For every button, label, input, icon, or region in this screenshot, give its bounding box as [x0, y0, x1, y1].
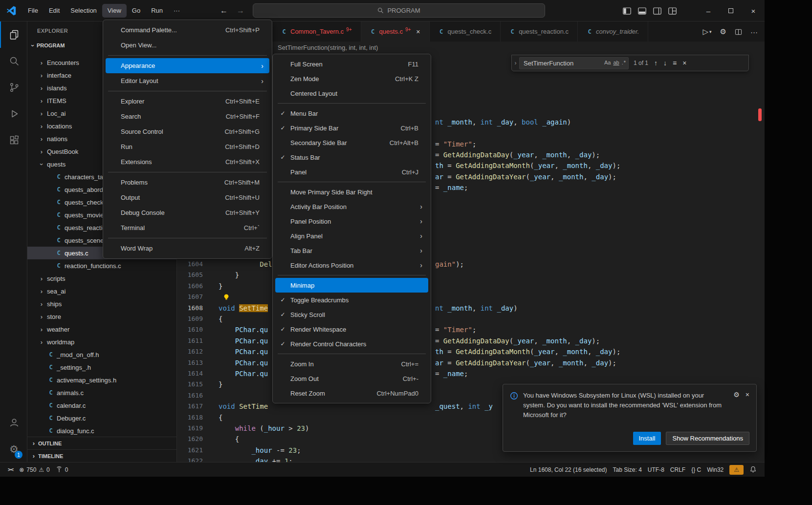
tab-common-tavern-c[interactable]: CCommon_Tavern.c9+	[272, 21, 361, 42]
tree-file-dialog-func-c[interactable]: Cdialog_func.c	[27, 424, 176, 437]
appearance-menu-item-zen-mode[interactable]: Zen ModeCtrl+K Z	[275, 71, 428, 86]
tab-quests-reaction-c[interactable]: Cquests_reaction.c	[501, 21, 578, 42]
whole-word-toggle[interactable]: ab	[613, 60, 619, 65]
appearance-menu-item-align-panel[interactable]: Align Panel›	[275, 229, 428, 243]
appearance-menu-item-status-bar[interactable]: ✓Status Bar	[275, 150, 428, 165]
appearance-menu-item-zoom-out[interactable]: Zoom OutCtrl+-	[275, 371, 428, 386]
tree-file-settings-h[interactable]: C_settings_.h	[27, 361, 176, 374]
remote-indicator[interactable]: ><	[5, 464, 16, 475]
minimize-button[interactable]: –	[697, 0, 720, 21]
tab-convoy-traider[interactable]: Cconvoy_traider.	[578, 21, 648, 42]
toggle-panel-icon[interactable]	[637, 6, 647, 16]
timeline-section[interactable]: › TIMELINE	[27, 449, 176, 462]
view-menu-item-appearance[interactable]: Appearance›	[106, 58, 269, 73]
tree-folder-scripts[interactable]: ›scripts	[27, 272, 176, 285]
tree-file-mod-on-off-h[interactable]: C_mod_on_off.h	[27, 348, 176, 361]
menubar-item-selection[interactable]: Selection	[65, 4, 102, 18]
notification-gear-icon[interactable]: ⚙	[733, 391, 740, 399]
configure-gear-icon[interactable]: ⚙	[720, 27, 726, 36]
activitybar-source-control[interactable]	[0, 74, 27, 101]
statusbar-encoding[interactable]: UTF-8	[645, 464, 667, 475]
appearance-menu-item-zoom-in[interactable]: Zoom InCtrl+=	[275, 357, 428, 371]
view-menu-item-debug-console[interactable]: Debug ConsoleCtrl+Shift+Y	[106, 205, 269, 220]
statusbar-eol[interactable]: CRLF	[667, 464, 688, 475]
view-menu-item-problems[interactable]: ProblemsCtrl+Shift+M	[106, 175, 269, 190]
tab-quests-check-c[interactable]: Cquests_check.c	[430, 21, 501, 42]
statusbar-language-mode[interactable]: {} C	[688, 464, 704, 475]
ports-indicator[interactable]: 0	[53, 464, 71, 475]
tree-folder-worldmap[interactable]: ›worldmap	[27, 336, 176, 348]
tree-folder-store[interactable]: ›store	[27, 310, 176, 323]
appearance-menu-item-render-control-characters[interactable]: ✓Render Control Characters	[275, 337, 428, 351]
lightbulb-icon[interactable]	[223, 294, 230, 301]
tree-file-calendar-c[interactable]: Ccalendar.c	[27, 399, 176, 412]
view-menu-item-source-control[interactable]: Source ControlCtrl+Shift+G	[106, 124, 269, 139]
activitybar-extensions[interactable]	[0, 127, 27, 153]
tree-folder-weather[interactable]: ›weather	[27, 323, 176, 336]
appearance-menu-item-secondary-side-bar[interactable]: Secondary Side BarCtrl+Alt+B	[275, 135, 428, 150]
view-menu-item-word-wrap[interactable]: Word WrapAlt+Z	[106, 241, 269, 256]
run-code-button[interactable]: ▷ ▾	[702, 27, 711, 36]
notifications-bell[interactable]	[746, 464, 760, 475]
tree-file-activemap-settings-h[interactable]: Cactivemap_settings.h	[27, 374, 176, 386]
appearance-menu-item-sticky-scroll[interactable]: ✓Sticky Scroll	[275, 307, 428, 322]
activitybar-settings[interactable]: ⚙ 1	[0, 436, 27, 462]
next-match-icon[interactable]: ↓	[663, 59, 667, 67]
appearance-menu-item-panel[interactable]: PanelCtrl+J	[275, 165, 428, 179]
view-menu-item-search[interactable]: SearchCtrl+Shift+F	[106, 109, 269, 124]
menubar-item-file[interactable]: File	[22, 4, 44, 18]
appearance-menu-item-minimap[interactable]: Minimap	[275, 278, 428, 293]
match-case-toggle[interactable]: Aa	[604, 60, 611, 65]
activitybar-search[interactable]	[0, 48, 27, 74]
forward-arrow-icon[interactable]: →	[237, 4, 244, 18]
install-button[interactable]: Install	[633, 432, 661, 445]
appearance-menu-item-tab-bar[interactable]: Tab Bar›	[275, 243, 428, 258]
previous-match-icon[interactable]: ↑	[654, 59, 658, 67]
appearance-menu-item-toggle-breadcrumbs[interactable]: ✓Toggle Breadcrumbs	[275, 293, 428, 307]
appearance-menu-item-panel-position[interactable]: Panel Position›	[275, 214, 428, 229]
breadcrumb-symbol[interactable]: SetTimerFunction(string, int, int, int)	[278, 42, 378, 54]
warning-badge[interactable]: ⚠	[729, 465, 744, 475]
view-menu-item-editor-layout[interactable]: Editor Layout›	[106, 73, 269, 88]
command-center-search[interactable]: PROGRAM	[253, 3, 545, 18]
menubar-item-edit[interactable]: Edit	[44, 4, 65, 18]
appearance-menu-item-reset-zoom[interactable]: Reset ZoomCtrl+NumPad0	[275, 386, 428, 400]
appearance-menu-item-render-whitespace[interactable]: ✓Render Whitespace	[275, 322, 428, 337]
show-recommendations-button[interactable]: Show Recommendations	[666, 432, 749, 445]
find-in-selection-icon[interactable]: ≡	[673, 59, 677, 67]
back-arrow-icon[interactable]: ←	[220, 4, 228, 18]
appearance-menu-item-activity-bar-position[interactable]: Activity Bar Position›	[275, 199, 428, 214]
customize-layout-icon[interactable]	[667, 6, 677, 16]
activitybar-accounts[interactable]	[0, 409, 27, 436]
statusbar-indentation[interactable]: Tab Size: 4	[610, 464, 644, 475]
split-editor-icon[interactable]	[735, 28, 742, 36]
close-icon[interactable]: ×	[746, 391, 749, 399]
tab-quests-c[interactable]: Cquests.c9+×	[361, 21, 430, 42]
toggle-secondary-sidebar-icon[interactable]	[652, 6, 662, 16]
view-menu-item-open-view[interactable]: Open View...	[106, 38, 269, 53]
activitybar-explorer[interactable]	[0, 21, 27, 48]
view-menu-item-output[interactable]: OutputCtrl+Shift+U	[106, 190, 269, 205]
menubar-item-more[interactable]: ···	[168, 4, 185, 18]
maximize-button[interactable]	[720, 0, 742, 21]
tree-folder-sea-ai[interactable]: ›sea_ai	[27, 285, 176, 297]
view-menu-item-explorer[interactable]: ExplorerCtrl+Shift+E	[106, 94, 269, 109]
close-icon[interactable]: ×	[416, 28, 420, 36]
tree-file-animals-c[interactable]: Canimals.c	[27, 386, 176, 399]
view-menu-item-run[interactable]: RunCtrl+Shift+D	[106, 139, 269, 154]
close-icon[interactable]: ×	[682, 59, 686, 67]
menubar-item-run[interactable]: Run	[146, 4, 168, 18]
outline-section[interactable]: › OUTLINE	[27, 437, 176, 449]
appearance-menu-item-move-primary-side-bar-right[interactable]: Move Primary Side Bar Right	[275, 185, 428, 199]
menubar-item-go[interactable]: Go	[127, 4, 146, 18]
view-menu-item-terminal[interactable]: TerminalCtrl+`	[106, 220, 269, 235]
problems-indicator[interactable]: ⊗ 750 ⚠ 0	[16, 464, 53, 475]
appearance-menu-item-centered-layout[interactable]: Centered Layout	[275, 86, 428, 101]
tree-file-reaction-functions-c[interactable]: Creaction_functions.c	[27, 259, 176, 272]
activitybar-run-and-debug[interactable]	[0, 101, 27, 127]
more-actions-icon[interactable]: ···	[750, 28, 758, 36]
appearance-menu-item-editor-actions-position[interactable]: Editor Actions Position›	[275, 258, 428, 273]
statusbar-platform[interactable]: Win32	[704, 464, 726, 475]
appearance-menu-item-primary-side-bar[interactable]: ✓Primary Side BarCtrl+B	[275, 121, 428, 135]
toggle-primary-sidebar-icon[interactable]	[622, 6, 632, 16]
